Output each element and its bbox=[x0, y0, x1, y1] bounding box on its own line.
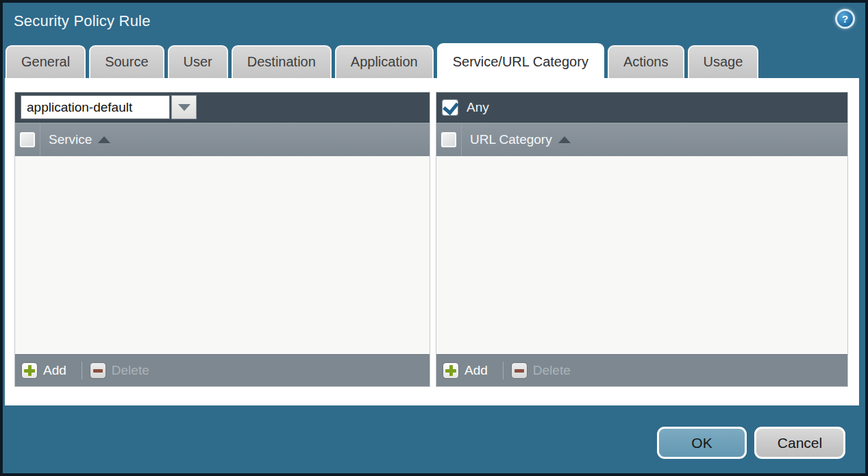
service-select-all-checkbox[interactable] bbox=[20, 132, 35, 147]
service-list-body bbox=[15, 156, 430, 354]
service-column-label: Service bbox=[49, 132, 92, 147]
dialog-title: Security Policy Rule bbox=[14, 12, 151, 30]
tab-source[interactable]: Source bbox=[89, 45, 164, 78]
tab-destination[interactable]: Destination bbox=[232, 45, 332, 78]
sort-ascending-icon bbox=[558, 136, 571, 143]
tab-service-url-category[interactable]: Service/URL Category bbox=[437, 43, 604, 78]
tab-actions[interactable]: Actions bbox=[608, 45, 684, 78]
service-type-input[interactable] bbox=[21, 95, 170, 119]
any-checkbox[interactable] bbox=[443, 100, 458, 115]
tab-general[interactable]: General bbox=[5, 45, 86, 78]
service-type-combo bbox=[21, 95, 197, 119]
service-panel: Service Add Delete bbox=[14, 92, 430, 387]
chevron-down-icon bbox=[178, 104, 190, 111]
plus-icon bbox=[443, 362, 459, 379]
sort-ascending-icon bbox=[98, 136, 110, 143]
url-category-panel-footer: Add Delete bbox=[436, 354, 847, 386]
footer-divider bbox=[82, 362, 82, 379]
any-checkbox-label: Any bbox=[467, 100, 489, 115]
tab-application[interactable]: Application bbox=[335, 45, 434, 78]
url-category-column-header[interactable]: URL Category bbox=[436, 123, 847, 156]
cancel-button[interactable]: Cancel bbox=[754, 427, 845, 459]
plus-icon bbox=[21, 362, 38, 379]
tab-content-service-url-category: Service Add Delete Any bbox=[5, 78, 859, 405]
url-category-panel-header: Any bbox=[436, 92, 847, 123]
url-category-select-all-cell bbox=[436, 123, 462, 156]
url-category-column-label: URL Category bbox=[470, 132, 552, 147]
url-category-panel: Any URL Category Add Delete bbox=[436, 92, 848, 387]
minus-icon bbox=[90, 362, 106, 379]
minus-icon bbox=[511, 362, 528, 379]
url-category-select-all-checkbox[interactable] bbox=[441, 132, 456, 147]
service-panel-header bbox=[15, 92, 430, 123]
url-category-add-button[interactable]: Add bbox=[443, 362, 488, 379]
service-type-dropdown-button[interactable] bbox=[171, 95, 197, 119]
security-policy-rule-dialog: Security Policy Rule ? General Source Us… bbox=[0, 0, 868, 476]
footer-divider bbox=[503, 362, 504, 379]
tab-bar: General Source User Destination Applicat… bbox=[5, 45, 762, 78]
url-category-list-body bbox=[436, 156, 847, 354]
service-panel-footer: Add Delete bbox=[15, 354, 430, 386]
tab-user[interactable]: User bbox=[168, 45, 228, 78]
ok-button[interactable]: OK bbox=[657, 427, 747, 459]
url-category-delete-button[interactable]: Delete bbox=[511, 362, 571, 379]
service-delete-button[interactable]: Delete bbox=[90, 362, 149, 379]
tab-usage[interactable]: Usage bbox=[688, 45, 759, 78]
help-icon[interactable]: ? bbox=[835, 9, 855, 29]
service-column-header[interactable]: Service bbox=[15, 123, 430, 156]
service-select-all-cell bbox=[15, 123, 40, 156]
service-add-button[interactable]: Add bbox=[21, 362, 66, 379]
